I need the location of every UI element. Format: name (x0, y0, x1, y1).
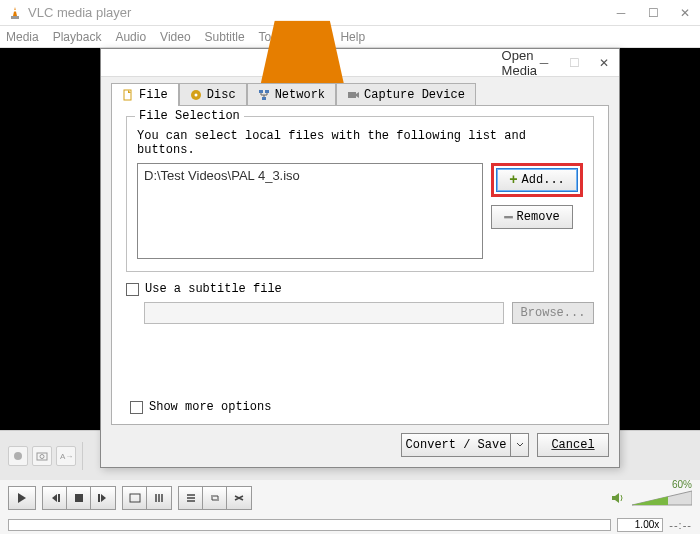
extended-settings-button[interactable] (147, 487, 171, 509)
dialog-title: Open Media (502, 48, 537, 78)
minimize-button[interactable]: ─ (614, 6, 628, 20)
volume-control: 60% (610, 489, 692, 507)
capture-icon (347, 89, 359, 101)
transport-group (42, 486, 116, 510)
svg-rect-6 (75, 494, 83, 502)
progress-row: 1.00x --:-- (0, 516, 700, 534)
subtitle-browse-button: Browse... (512, 302, 594, 324)
play-button[interactable] (8, 486, 36, 510)
stop-button[interactable] (67, 487, 91, 509)
next-button[interactable] (91, 487, 115, 509)
file-list[interactable]: D:\Test Videos\PAL 4_3.iso (137, 163, 483, 259)
vlc-cone-icon (8, 6, 22, 20)
maximize-button[interactable]: ☐ (646, 6, 660, 20)
add-button-highlight: +Add... (491, 163, 583, 197)
dialog-tabs: File Disc Network Capture Device (111, 83, 609, 106)
cancel-button[interactable]: Cancel (537, 433, 609, 457)
network-icon (258, 89, 270, 101)
svg-rect-9 (261, 0, 344, 21)
seek-bar[interactable] (8, 519, 611, 531)
fullscreen-button[interactable] (123, 487, 147, 509)
playlist-button[interactable] (179, 487, 203, 509)
svg-point-4 (40, 454, 44, 458)
dialog-titlebar: Open Media ─ ☐ ✕ (101, 49, 619, 77)
time-display: --:-- (669, 519, 692, 531)
tab-file[interactable]: File (111, 83, 179, 106)
tab-disc[interactable]: Disc (179, 83, 247, 106)
svg-rect-0 (11, 16, 19, 19)
subtitle-label: Use a subtitle file (145, 282, 282, 296)
dialog-action-buttons: Convert / Save Cancel (401, 433, 609, 457)
close-button[interactable]: ✕ (678, 6, 692, 20)
minus-icon: ━ (504, 209, 512, 226)
svg-rect-14 (265, 90, 269, 93)
svg-point-2 (14, 452, 22, 460)
loop-button[interactable] (203, 487, 227, 509)
convert-save-combo: Convert / Save (401, 433, 529, 457)
show-more-row: Show more options (130, 400, 271, 414)
speaker-icon[interactable] (610, 491, 626, 505)
plus-icon: + (509, 172, 517, 188)
dialog-close-button[interactable]: ✕ (597, 56, 611, 70)
file-selection-legend: File Selection (135, 109, 244, 123)
show-more-label: Show more options (149, 400, 271, 414)
svg-rect-13 (259, 90, 263, 93)
menu-playback[interactable]: Playback (53, 30, 102, 44)
tab-network[interactable]: Network (247, 83, 336, 106)
loop-a-b-button[interactable]: A→B (56, 446, 76, 466)
file-list-item[interactable]: D:\Test Videos\PAL 4_3.iso (144, 168, 476, 183)
subtitle-checkbox-row: Use a subtitle file (126, 282, 594, 296)
remove-button[interactable]: ━Remove (491, 205, 573, 229)
svg-rect-16 (348, 92, 356, 98)
view-group (122, 486, 172, 510)
file-selection-fieldset: File Selection You can select local file… (126, 116, 594, 272)
convert-save-button[interactable]: Convert / Save (401, 433, 511, 457)
tab-capture[interactable]: Capture Device (336, 83, 476, 106)
subtitle-browse-row: Browse... (126, 302, 594, 324)
chevron-down-icon (516, 442, 524, 448)
show-more-checkbox[interactable] (130, 401, 143, 414)
convert-save-dropdown[interactable] (511, 433, 529, 457)
main-window-controls: ─ ☐ ✕ (614, 6, 692, 20)
subtitle-path-input (144, 302, 504, 324)
playlist-group (178, 486, 252, 510)
file-selection-helper: You can select local files with the foll… (137, 129, 583, 157)
open-media-dialog: Open Media ─ ☐ ✕ File Disc Network Captu… (100, 48, 620, 468)
file-icon (122, 89, 134, 101)
playback-controls: 60% (0, 480, 700, 516)
disc-icon (190, 89, 202, 101)
snapshot-button[interactable] (32, 446, 52, 466)
dialog-window-controls: ─ ☐ ✕ (537, 56, 611, 70)
previous-button[interactable] (43, 487, 67, 509)
svg-text:A→B: A→B (60, 452, 72, 461)
menu-media[interactable]: Media (6, 30, 39, 44)
dialog-footer: Show more options (126, 400, 594, 414)
dialog-minimize-button[interactable]: ─ (537, 56, 551, 70)
svg-rect-15 (262, 97, 266, 100)
svg-rect-1 (14, 10, 17, 12)
svg-rect-7 (130, 494, 140, 502)
dialog-body: File Disc Network Capture Device File Se… (101, 77, 619, 467)
file-tab-panel: File Selection You can select local file… (111, 105, 609, 425)
playback-speed[interactable]: 1.00x (617, 518, 663, 532)
add-button[interactable]: +Add... (496, 168, 578, 192)
svg-point-12 (194, 94, 197, 97)
record-button[interactable] (8, 446, 28, 466)
subtitle-checkbox[interactable] (126, 283, 139, 296)
svg-rect-10 (124, 90, 131, 100)
record-controls: A→B (8, 442, 83, 470)
dialog-maximize-button[interactable]: ☐ (567, 56, 581, 70)
shuffle-button[interactable] (227, 487, 251, 509)
volume-slider[interactable]: 60% (632, 489, 692, 507)
